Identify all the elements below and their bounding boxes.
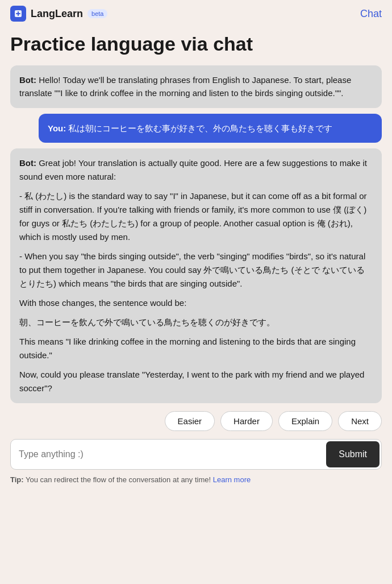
bot-text-1: Hello! Today we'll be translating phrase… (19, 75, 351, 98)
chat-input[interactable] (11, 440, 326, 469)
user-text: 私は朝にコーヒーを飲む事が好きで、外の鳥たちを聴く事も好きです (68, 123, 332, 133)
chat-link[interactable]: Chat (360, 8, 382, 20)
chat-container: Bot: Hello! Today we'll be translating p… (0, 65, 392, 403)
bot-translation: This means "I like drinking coffee in th… (19, 335, 373, 362)
tip-bar: Tip: You can redirect the flow of the co… (0, 470, 392, 490)
next-button[interactable]: Next (338, 411, 382, 431)
harder-button[interactable]: Harder (220, 411, 273, 431)
logo-text: LangLearn (31, 8, 83, 20)
bot-message-2: Bot: Great job! Your translation is actu… (10, 148, 382, 403)
tip-label: Tip: (10, 475, 24, 484)
bot-transition: With those changes, the sentence would b… (19, 296, 373, 310)
bot-intro: Bot: Great job! Your translation is actu… (19, 156, 373, 184)
page-title: Practice language via chat (0, 27, 392, 65)
user-message: You: 私は朝にコーヒーを飲む事が好きで、外の鳥たちを聴く事も好きです (39, 114, 382, 143)
bot-japanese: 朝、コーヒーを飲んで外で鳴いている鳥たちを聴くのが好きです。 (19, 316, 373, 329)
learn-more-link[interactable]: Learn more (213, 475, 251, 484)
bot-point-2: - When you say "the birds singing outsid… (19, 250, 373, 291)
bot-point-1: - 私 (わたし) is the standard way to say "I"… (19, 189, 373, 244)
input-area: Submit (10, 439, 382, 470)
bot-message-1: Bot: Hello! Today we'll be translating p… (10, 65, 382, 108)
user-label: You: (48, 123, 68, 133)
tip-text: You can redirect the flow of the convers… (24, 475, 211, 484)
bot-label-1: Bot: (19, 75, 39, 85)
bot-next-prompt: Now, could you please translate "Yesterd… (19, 368, 373, 395)
header: LangLearn beta Chat (0, 0, 392, 27)
submit-button[interactable]: Submit (326, 441, 380, 467)
header-left: LangLearn beta (10, 6, 107, 22)
logo-icon (10, 6, 26, 22)
beta-badge: beta (87, 9, 107, 18)
easier-button[interactable]: Easier (165, 411, 215, 431)
explain-button[interactable]: Explain (278, 411, 332, 431)
action-buttons: Easier Harder Explain Next (0, 403, 392, 437)
